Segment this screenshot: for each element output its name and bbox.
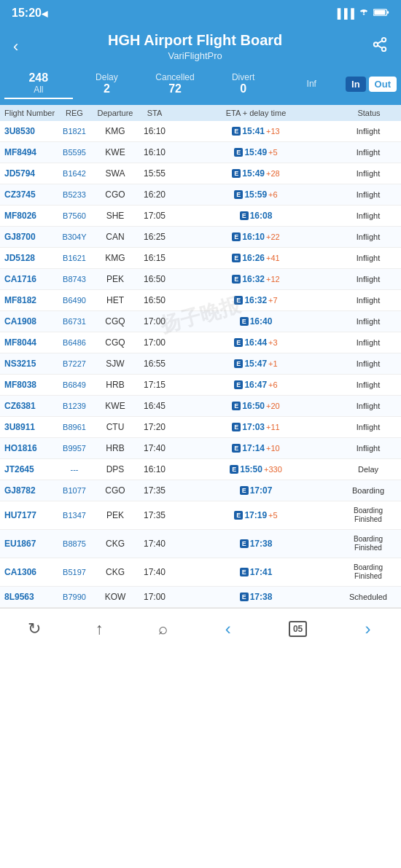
eta-delay: E16:47+6 — [172, 380, 340, 390]
search-button[interactable]: ⌕ — [151, 618, 175, 640]
table-row[interactable]: HU7177 B1347 PEK 17:35 E17:19+5 Boarding… — [0, 501, 401, 530]
sta: 16:45 — [137, 401, 172, 411]
flight-number: EU1867 — [3, 539, 55, 549]
prev-page-button[interactable]: ‹ — [215, 617, 241, 641]
sta: 17:05 — [137, 211, 172, 221]
departure: KWE — [93, 401, 137, 411]
calendar-button[interactable]: 05 — [281, 619, 314, 638]
eta-delay: E15:50+330 — [172, 464, 340, 474]
app-header: ‹ HGH Airport Flight Board VariFlightPro — [0, 26, 401, 69]
location-icon: ◂ — [42, 7, 47, 20]
registration: B5595 — [55, 148, 93, 157]
eta-delay: E17:41 — [172, 567, 340, 577]
status-badge: Inflight — [340, 296, 398, 305]
registration: B1621 — [55, 254, 93, 262]
flight-number: CA1306 — [3, 567, 55, 577]
col-eta: ETA + delay time — [172, 109, 340, 117]
eta-delay: E15:47+1 — [172, 359, 340, 369]
flight-number: MF8182 — [3, 295, 55, 305]
registration: B6849 — [55, 380, 93, 389]
table-row[interactable]: MF8026 B7560 SHE 17:05 E16:08 Inflight — [0, 206, 401, 227]
departure: HET — [93, 295, 137, 305]
eta-delay: E17:14+10 — [172, 443, 340, 453]
flight-number: 3U8530 — [3, 126, 55, 136]
status-badge: Boarding Finished — [340, 535, 398, 552]
table-row[interactable]: JD5794 B1642 SWA 15:55 E15:49+28 Infligh… — [0, 163, 401, 184]
status-badge: Inflight — [340, 127, 398, 136]
table-row[interactable]: 3U8530 B1821 KMG 16:10 E15:41+13 Infligh… — [0, 121, 401, 142]
table-row[interactable]: CA1306 B5197 CKG 17:40 E17:41 Boarding F… — [0, 558, 401, 587]
upload-button[interactable]: ↑ — [88, 618, 111, 640]
col-dep: Departure — [93, 109, 137, 117]
sta: 16:15 — [137, 253, 172, 263]
table-row[interactable]: 8L9563 B7990 KOW 17:00 E17:38 Scheduled — [0, 587, 401, 608]
table-row[interactable]: HO1816 B9957 HRB 17:40 E17:14+10 Infligh… — [0, 438, 401, 459]
table-row[interactable]: JD5128 B1621 KMG 16:15 E16:26+41 Infligh… — [0, 248, 401, 269]
back-button[interactable]: ‹ — [10, 34, 21, 59]
table-row[interactable]: CA1716 B8743 PEK 16:50 E16:32+12 Infligh… — [0, 269, 401, 290]
sta: 17:00 — [137, 592, 172, 602]
signal-icon: ▐▐▐ — [334, 8, 354, 19]
table-row[interactable]: JT2645 --- DPS 16:10 E15:50+330 Delay — [0, 459, 401, 480]
refresh-button[interactable]: ↻ — [20, 618, 48, 640]
eta-delay: E15:41+13 — [172, 126, 340, 136]
flight-number: MF8026 — [3, 211, 55, 221]
status-badge: Boarding Finished — [340, 507, 398, 524]
status-time: 15:20 — [12, 7, 42, 20]
table-row[interactable]: CA1908 B6731 CGQ 17:00 E16:40 Inflight — [0, 311, 401, 332]
departure: CGO — [93, 485, 137, 496]
out-button[interactable]: Out — [369, 77, 397, 92]
departure: KOW — [93, 592, 137, 602]
flight-number: JD5128 — [3, 253, 55, 263]
sta: 17:40 — [137, 539, 172, 549]
eta-delay: E17:07 — [172, 485, 340, 496]
status-badge: Inflight — [340, 190, 398, 199]
tab-all[interactable]: 248 All — [4, 69, 73, 99]
departure: PEK — [93, 510, 137, 520]
table-row[interactable]: GJ8700 B304Y CAN 16:25 E16:10+22 Infligh… — [0, 227, 401, 248]
sta: 17:20 — [137, 422, 172, 432]
tab-divert[interactable]: Divert 0 — [209, 69, 278, 98]
flight-number: GJ8700 — [3, 232, 55, 242]
status-badge: Inflight — [340, 359, 398, 368]
status-badge: Scheduled — [340, 593, 398, 601]
tab-cancelled[interactable]: Cancelled 72 — [141, 69, 209, 98]
eta-delay: E16:26+41 — [172, 253, 340, 263]
table-row[interactable]: 3U8911 B8961 CTU 17:20 E17:03+11 Infligh… — [0, 417, 401, 438]
header-title: HGH Airport Flight Board — [21, 32, 369, 49]
table-row[interactable]: CZ3745 B5233 CGO 16:20 E15:59+6 Inflight — [0, 184, 401, 206]
table-row[interactable]: NS3215 B7227 SJW 16:55 E15:47+1 Inflight — [0, 353, 401, 375]
eta-delay: E15:49+5 — [172, 147, 340, 157]
table-row[interactable]: MF8494 B5595 KWE 16:10 E15:49+5 Inflight — [0, 142, 401, 163]
table-row[interactable]: MF8182 B6490 HET 16:50 E16:32+7 Inflight — [0, 290, 401, 311]
eta-delay: E16:32+7 — [172, 295, 340, 305]
next-page-button[interactable]: › — [354, 617, 381, 641]
departure: KMG — [93, 253, 137, 263]
registration: B6731 — [55, 317, 93, 326]
flight-number: CA1908 — [3, 316, 55, 327]
registration: B1077 — [55, 486, 93, 495]
table-row[interactable]: CZ6381 B1239 KWE 16:45 E16:50+20 Infligh… — [0, 396, 401, 417]
flight-number: GJ8782 — [3, 485, 55, 496]
registration: --- — [55, 465, 93, 474]
flight-number: MF8038 — [3, 380, 55, 390]
sta: 17:00 — [137, 337, 172, 348]
eta-delay: E15:59+6 — [172, 189, 340, 200]
eta-delay: E16:44+3 — [172, 337, 340, 348]
sta: 16:50 — [137, 295, 172, 305]
status-badge: Inflight — [340, 402, 398, 410]
share-button[interactable] — [369, 34, 391, 60]
in-button[interactable]: In — [346, 77, 366, 92]
tab-inf[interactable]: Inf — [277, 76, 346, 92]
table-row[interactable]: MF8038 B6849 HRB 17:15 E16:47+6 Inflight — [0, 375, 401, 396]
departure: CGO — [93, 189, 137, 200]
departure: CKG — [93, 539, 137, 549]
table-row[interactable]: EU1867 B8875 CKG 17:40 E17:38 Boarding F… — [0, 530, 401, 558]
flight-number: JD5794 — [3, 168, 55, 179]
table-row[interactable]: MF8044 B6486 CGQ 17:00 E16:44+3 Inflight — [0, 332, 401, 353]
flight-number: HU7177 — [3, 510, 55, 520]
col-flight: Flight Number — [3, 109, 55, 117]
table-row[interactable]: GJ8782 B1077 CGO 17:35 E17:07 Boarding — [0, 480, 401, 501]
tab-delay[interactable]: Delay 2 — [73, 69, 141, 98]
col-reg: REG — [55, 109, 93, 117]
